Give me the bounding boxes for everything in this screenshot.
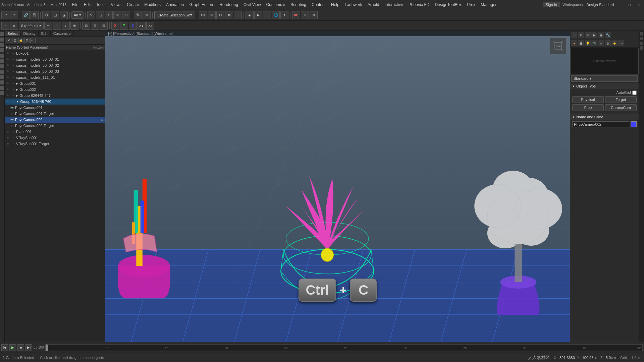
display-panel-icon[interactable]: ◉: [598, 32, 604, 38]
scene-tab-display[interactable]: Display: [21, 31, 39, 36]
scene-item-vraysun001-target[interactable]: 👁 ● VRaySun001.Target: [5, 141, 105, 147]
explorer-close[interactable]: ✕: [6, 38, 11, 43]
select-button[interactable]: ↖: [87, 11, 95, 19]
geometry-icon[interactable]: ●: [571, 40, 577, 46]
redo-button[interactable]: ↷: [10, 11, 18, 19]
play-button[interactable]: ▶: [9, 344, 16, 351]
sub-btn3[interactable]: ⊟: [100, 22, 108, 30]
physical-button[interactable]: Physical: [572, 96, 604, 103]
menu-scripting[interactable]: Scripting: [288, 2, 309, 8]
create-panel-icon[interactable]: +: [571, 32, 577, 38]
layer-btn3[interactable]: ↓: [62, 22, 70, 30]
name-color-header[interactable]: ▼ Name and Color: [570, 114, 639, 120]
menu-graph-editors[interactable]: Graph Editors: [186, 2, 217, 8]
utility-panel-icon[interactable]: 🔧: [605, 32, 611, 38]
free-button[interactable]: Free: [572, 104, 604, 111]
left-icon-11[interactable]: [0, 86, 4, 90]
mirror-button[interactable]: ⟺: [199, 11, 207, 19]
render-button[interactable]: ▶: [254, 11, 262, 19]
maximize-button[interactable]: □: [626, 2, 633, 7]
next-frame-button[interactable]: ▶|: [25, 344, 32, 351]
object-type-header[interactable]: ▼ Object Type: [570, 83, 639, 89]
autogrid-checkbox[interactable]: [632, 90, 637, 95]
scene-item-cgaxis2[interactable]: 👁 ● cgaxis_models_50_08_02: [5, 62, 105, 68]
menu-rendering[interactable]: Rendering: [217, 2, 240, 8]
stop-button[interactable]: ■: [17, 344, 24, 351]
scene-item-group001[interactable]: 👁 ● ▶ Group001: [5, 80, 105, 86]
unlink-button[interactable]: ⛓: [31, 11, 39, 19]
menu-interactive[interactable]: Interactive: [382, 2, 406, 8]
workspace-value[interactable]: Design Standard: [586, 3, 614, 7]
menu-designtoolbox[interactable]: DesignToolBox: [432, 2, 464, 8]
explorer-lock[interactable]: 🔒: [18, 38, 23, 43]
fr-icon-1[interactable]: [640, 32, 643, 36]
menu-phoenix[interactable]: Phoenix FD: [406, 2, 432, 8]
timeline-playhead[interactable]: [46, 345, 48, 351]
sign-in-button[interactable]: Sign In: [543, 2, 560, 7]
explorer-more[interactable]: ⋯: [30, 38, 36, 43]
extra-btn2[interactable]: ⊗: [310, 11, 318, 19]
axis-y[interactable]: Y: [120, 22, 128, 30]
layer-btn2[interactable]: ↑: [53, 22, 61, 30]
snap-2d-button[interactable]: ◫: [51, 11, 59, 19]
scene-item-cgaxis1[interactable]: 👁 ● cgaxis_models_50_08_01: [5, 56, 105, 62]
systems-icon[interactable]: ⚡: [611, 40, 618, 46]
coronacam-button[interactable]: CoronaCam: [605, 104, 637, 111]
left-icon-12[interactable]: [0, 91, 4, 95]
scene-tab-edit[interactable]: Edit: [39, 31, 51, 36]
scene-item-physcam001[interactable]: 📷 PhysCamera001: [5, 105, 105, 111]
menu-animation[interactable]: Animation: [163, 2, 186, 8]
scene-item-physcam002[interactable]: 📷 PhysCamera002 ⚙: [5, 117, 105, 123]
minimize-button[interactable]: ─: [616, 2, 624, 7]
menu-modifiers[interactable]: Modifiers: [142, 2, 163, 8]
move-button[interactable]: ✛: [105, 11, 113, 19]
scene-item-box001[interactable]: 👁 ● Box001: [5, 50, 105, 56]
rotate-button[interactable]: ↻: [113, 11, 121, 19]
menu-arnold[interactable]: Arnold: [365, 2, 382, 8]
menu-help[interactable]: Help: [328, 2, 342, 8]
explorer-options[interactable]: ⚙: [24, 38, 30, 43]
close-button[interactable]: ✕: [635, 2, 643, 7]
viewport[interactable]: 人人素材区 人人素材区 人人素材区 人人素材区 人人素材区 人人素材区 人人素材…: [105, 31, 570, 342]
left-icon-8[interactable]: [0, 70, 4, 74]
layer-btn1[interactable]: +: [44, 22, 52, 30]
scene-manager-button[interactable]: ⊞: [263, 11, 271, 19]
modify-panel-icon[interactable]: ⚙: [578, 32, 584, 38]
menu-laubwerk[interactable]: Laubwerk: [342, 2, 365, 8]
menu-customize[interactable]: Customize: [264, 2, 288, 8]
scene-item-group247[interactable]: 👁 ● ▶ Group-626448-247: [5, 93, 105, 99]
scene-item-cgaxis4[interactable]: 👁 ● cgaxis_models_111_01: [5, 74, 105, 80]
sub-btn1[interactable]: ⊡: [82, 22, 90, 30]
cameras-icon[interactable]: 📷: [591, 40, 597, 46]
scene-tab-select[interactable]: Select: [5, 31, 21, 36]
menu-file[interactable]: File: [69, 2, 81, 8]
toolbar2-btn1[interactable]: ≡: [1, 22, 9, 30]
scene-item-vraysun001[interactable]: 👁 ● VRaySun001: [5, 135, 105, 141]
explorer-filter[interactable]: ⊡: [12, 38, 17, 43]
motion-panel-icon[interactable]: ▶: [591, 32, 597, 38]
spacewarps-icon[interactable]: ⊕: [605, 40, 611, 46]
align3-button[interactable]: ⊠: [225, 11, 233, 19]
axis-xz[interactable]: XZ: [146, 22, 154, 30]
hierarchy-panel-icon[interactable]: ⊞: [585, 32, 591, 38]
axis-x[interactable]: X: [111, 22, 119, 30]
lights-icon[interactable]: 💡: [585, 40, 591, 46]
scene-tab-customize[interactable]: Customize: [51, 31, 74, 36]
object-name-input[interactable]: [572, 121, 629, 127]
extra-btn1[interactable]: ⊕: [301, 11, 309, 19]
timeline-track[interactable]: 0 10 20 30 40 50 60 70 80 90 100: [45, 344, 643, 351]
fr-icon-3[interactable]: [640, 42, 643, 45]
align2-button[interactable]: ⊟: [216, 11, 224, 19]
menu-project-manager[interactable]: Project Manager: [465, 2, 499, 8]
left-icon-3[interactable]: [0, 43, 4, 47]
scene-item-group002[interactable]: 👁 ● ▶ Group002: [5, 86, 105, 93]
axis-xy[interactable]: XY: [138, 22, 146, 30]
material-button[interactable]: ◈: [246, 11, 254, 19]
extras-icon[interactable]: ⋯: [618, 40, 624, 46]
scene-item-physcam002-target[interactable]: ◎ PhysCamera002.Target: [5, 123, 105, 129]
layer-dropdown[interactable]: 0 (default) ▾: [19, 22, 44, 29]
helpers-icon[interactable]: △: [598, 40, 604, 46]
menu-views[interactable]: Views: [108, 2, 124, 8]
scene-item-physcam001-target[interactable]: ◎ PhysCamera001.Target: [5, 111, 105, 117]
scene-item-plane001[interactable]: 👁 ● Plane001: [5, 129, 105, 135]
